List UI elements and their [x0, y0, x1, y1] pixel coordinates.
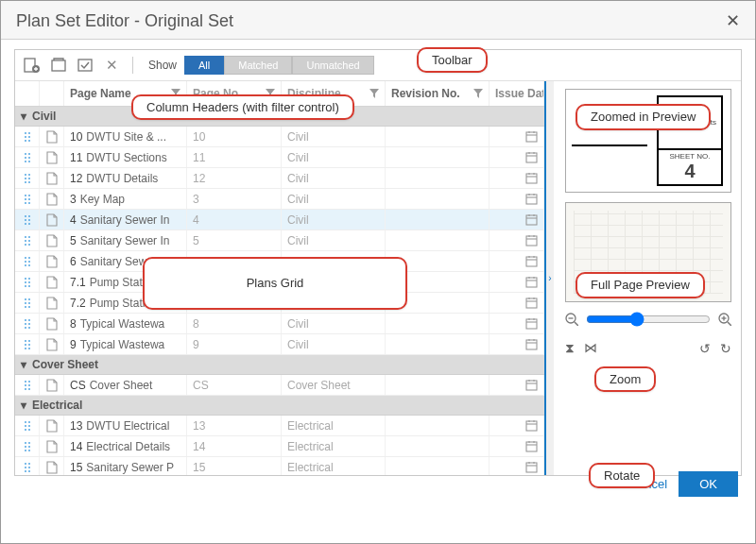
svg-point-145 [28, 463, 30, 465]
ok-button[interactable]: OK [679, 471, 738, 497]
date-picker-icon[interactable] [490, 127, 544, 146]
cell-revision-no [386, 189, 490, 209]
svg-point-36 [25, 198, 26, 200]
drag-handle-icon[interactable] [15, 127, 40, 146]
date-picker-icon[interactable] [490, 293, 544, 313]
table-row[interactable]: 12DWTU Details12Civil [15, 168, 544, 189]
cell-discipline: Civil [282, 147, 386, 167]
svg-rect-120 [526, 381, 537, 390]
date-picker-icon[interactable] [490, 314, 544, 333]
svg-point-67 [28, 261, 30, 263]
svg-point-48 [25, 223, 26, 225]
table-row[interactable]: 14Electrical Details14Electrical [15, 436, 544, 457]
table-row[interactable]: 13DWTU Electrical13Electrical [15, 416, 544, 436]
cell-revision-no [386, 457, 490, 475]
chevron-down-icon: ▾ [21, 358, 26, 371]
date-picker-icon[interactable] [490, 147, 544, 167]
date-picker-icon[interactable] [490, 168, 544, 188]
col-revision-no[interactable]: Revision No. [391, 87, 460, 100]
svg-point-125 [28, 421, 30, 423]
filter-icon[interactable] [473, 89, 483, 98]
col-page-name[interactable]: Page Name [70, 87, 131, 100]
svg-point-46 [25, 219, 26, 221]
date-picker-icon[interactable] [490, 189, 544, 209]
date-picker-icon[interactable] [490, 210, 544, 230]
table-row[interactable]: 10DWTU Site & ...10Civil [15, 127, 544, 147]
filter-unmatched[interactable]: Unmatched [292, 56, 373, 75]
table-row[interactable]: 3Key Map3Civil [15, 189, 544, 210]
cell-discipline: Civil [282, 189, 386, 209]
cell-page-name: 4Sanitary Sewer In [64, 210, 187, 230]
table-row[interactable]: 15Sanitary Sewer P15Electrical [15, 457, 544, 475]
cell-page-name: 10DWTU Site & ... [64, 127, 187, 146]
drag-handle-icon[interactable] [15, 230, 40, 250]
add-page-icon[interactable] [23, 56, 42, 75]
col-issue-date[interactable]: Issue Date [495, 87, 544, 100]
titlebar: Plan Set Editor - Original Set ✕ [1, 1, 755, 40]
date-picker-icon[interactable] [490, 436, 544, 456]
drag-handle-icon[interactable] [15, 210, 40, 230]
cell-page-no: 11 [187, 147, 282, 167]
svg-rect-90 [526, 298, 537, 308]
date-picker-icon[interactable] [490, 251, 544, 271]
drag-handle-icon[interactable] [15, 375, 40, 395]
date-picker-icon[interactable] [490, 230, 544, 250]
drag-handle-icon[interactable] [15, 293, 40, 313]
svg-point-109 [28, 348, 30, 349]
flip-vertical-icon[interactable]: ⧗ [565, 340, 575, 356]
callout-toolbar: Toolbar [417, 47, 488, 73]
rotate-ccw-icon[interactable]: ↺ [699, 341, 711, 356]
table-row[interactable]: 11DWTU Sections11Civil [15, 147, 544, 168]
cell-page-no: 10 [187, 127, 282, 146]
pane-divider[interactable]: › [544, 81, 554, 475]
zoom-control [565, 312, 731, 327]
drag-handle-icon[interactable] [15, 189, 40, 209]
group-row[interactable]: ▾Electrical [15, 396, 544, 416]
svg-point-139 [28, 450, 30, 451]
svg-point-37 [28, 198, 30, 200]
drag-handle-icon[interactable] [15, 457, 40, 475]
drag-handle-icon[interactable] [15, 168, 40, 188]
date-picker-icon[interactable] [490, 457, 544, 475]
filter-icon[interactable] [369, 89, 379, 98]
date-picker-icon[interactable] [490, 416, 544, 435]
close-icon[interactable]: ✕ [726, 10, 740, 31]
cell-page-no: 5 [187, 230, 282, 250]
cell-page-name: 3Key Map [64, 189, 187, 209]
svg-point-59 [28, 244, 30, 246]
drag-handle-icon[interactable] [15, 147, 40, 167]
cell-page-no: 12 [187, 168, 282, 188]
filter-matched[interactable]: Matched [224, 56, 292, 75]
date-picker-icon[interactable] [490, 375, 544, 395]
drag-handle-icon[interactable] [15, 251, 40, 271]
svg-point-54 [25, 236, 26, 238]
drag-handle-icon[interactable] [15, 334, 40, 354]
date-picker-icon[interactable] [490, 272, 544, 292]
table-row[interactable]: 4Sanitary Sewer In4Civil [15, 210, 544, 230]
svg-point-115 [28, 381, 30, 382]
flip-horizontal-icon[interactable]: ⋈ [584, 340, 597, 356]
svg-point-47 [28, 219, 30, 221]
zoom-in-icon[interactable] [718, 313, 731, 326]
drag-handle-icon[interactable] [15, 436, 40, 456]
group-row[interactable]: ▾Cover Sheet [15, 355, 544, 375]
check-icon[interactable] [76, 56, 94, 75]
drag-handle-icon[interactable] [15, 314, 40, 333]
cell-revision-no [386, 147, 490, 167]
zoom-out-icon[interactable] [565, 313, 578, 326]
delete-icon[interactable]: ✕ [102, 56, 121, 75]
open-icon[interactable] [49, 56, 68, 75]
filter-all[interactable]: All [184, 56, 224, 75]
cell-discipline: Electrical [282, 416, 386, 435]
table-row[interactable]: CSCover SheetCSCover Sheet [15, 375, 544, 396]
table-row[interactable]: 8Typical Wastewa8Civil [15, 314, 544, 334]
zoom-slider[interactable] [586, 312, 711, 327]
svg-point-129 [28, 429, 30, 431]
drag-handle-icon[interactable] [15, 272, 40, 292]
svg-point-86 [25, 302, 26, 304]
table-row[interactable]: 9Typical Wastewa9Civil [15, 334, 544, 355]
date-picker-icon[interactable] [490, 334, 544, 354]
rotate-cw-icon[interactable]: ↻ [720, 341, 731, 356]
drag-handle-icon[interactable] [15, 416, 40, 435]
table-row[interactable]: 5Sanitary Sewer In5Civil [15, 230, 544, 251]
